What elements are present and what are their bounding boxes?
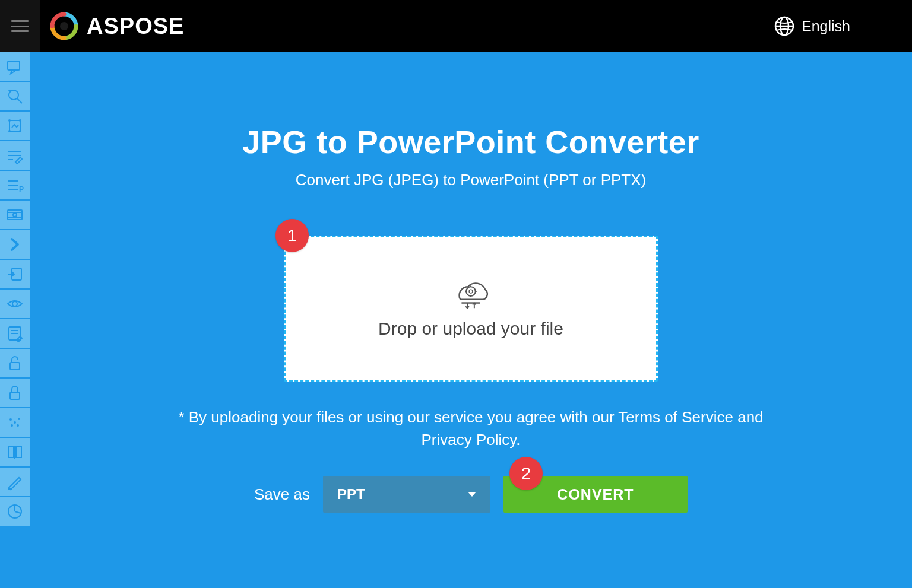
eye-icon: [6, 295, 24, 313]
hamburger-icon: [11, 20, 29, 32]
step-marker-1: 1: [276, 219, 309, 252]
sidebar-item-chart[interactable]: [0, 408, 30, 438]
sidebar-item-video[interactable]: [0, 201, 30, 230]
pen-icon: [6, 473, 24, 491]
svg-point-1: [60, 22, 68, 30]
svg-rect-29: [10, 392, 20, 399]
svg-point-6: [9, 90, 18, 100]
search-icon: [6, 87, 24, 105]
svg-point-11: [8, 130, 11, 132]
terms-text: * By uploading your files or using our s…: [168, 406, 774, 451]
sidebar-item-presentation[interactable]: P: [0, 171, 30, 201]
chart-dots-icon: [6, 414, 24, 431]
lock-icon: [6, 384, 24, 402]
annotate-icon: [6, 58, 24, 75]
sidebar-item-view[interactable]: [0, 290, 30, 319]
svg-point-33: [11, 424, 13, 427]
upload-cloud-icon: [448, 275, 494, 310]
svg-point-9: [8, 119, 11, 122]
sidebar: P: [0, 52, 30, 588]
svg-line-7: [17, 98, 22, 103]
sidebar-item-search[interactable]: [0, 82, 30, 112]
header: ASPOSE English: [0, 0, 912, 52]
sidebar-item-pie[interactable]: [0, 497, 30, 527]
step-marker-2: 2: [509, 457, 543, 490]
svg-point-32: [18, 418, 20, 420]
format-selected-value: PPT: [337, 486, 365, 503]
video-icon: [6, 206, 24, 224]
form-icon: [6, 325, 24, 342]
split-icon: [6, 443, 24, 461]
svg-point-34: [17, 424, 19, 427]
drop-text: Drop or upload your file: [378, 315, 563, 343]
unlock-icon: [6, 354, 24, 372]
svg-point-30: [10, 418, 12, 421]
import-icon: [6, 265, 24, 283]
sidebar-item-editline[interactable]: [0, 141, 30, 171]
svg-rect-5: [8, 61, 20, 70]
crop-icon: [6, 117, 24, 135]
sidebar-item-crop[interactable]: [0, 112, 30, 141]
save-as-label: Save as: [254, 485, 310, 504]
file-drop-zone[interactable]: Drop or upload your file: [284, 236, 658, 382]
language-selector[interactable]: English: [774, 16, 850, 36]
sidebar-item-split[interactable]: [0, 438, 30, 468]
pie-chart-icon: [6, 503, 24, 520]
sidebar-item-unlock[interactable]: [0, 349, 30, 379]
svg-point-10: [19, 119, 21, 122]
brand-name: ASPOSE: [87, 14, 184, 39]
svg-rect-28: [10, 363, 20, 370]
language-label: English: [802, 18, 850, 35]
sidebar-item-annotate[interactable]: [0, 52, 30, 82]
svg-rect-35: [8, 447, 14, 457]
page-title: JPG to PowerPoint Converter: [242, 123, 699, 160]
svg-point-31: [14, 421, 16, 424]
svg-point-41: [469, 290, 473, 293]
svg-rect-19: [8, 210, 22, 220]
sidebar-item-forward[interactable]: [0, 230, 30, 260]
svg-point-12: [19, 130, 21, 132]
svg-point-22: [13, 213, 17, 217]
caret-down-icon: [468, 492, 476, 497]
presentation-icon: P: [6, 176, 24, 194]
svg-rect-36: [16, 447, 21, 457]
sidebar-item-lock[interactable]: [0, 379, 30, 408]
brand-logo[interactable]: ASPOSE: [50, 12, 184, 40]
sidebar-item-form[interactable]: [0, 319, 30, 349]
menu-button[interactable]: [0, 0, 40, 52]
chevron-right-icon: [6, 236, 24, 253]
svg-point-24: [12, 301, 17, 306]
format-select[interactable]: PPT: [323, 476, 490, 513]
globe-icon: [774, 16, 794, 36]
svg-text:P: P: [19, 185, 24, 193]
main-content: JPG to PowerPoint Converter Convert JPG …: [30, 52, 912, 588]
aspose-swirl-icon: [50, 12, 78, 40]
sidebar-item-pen[interactable]: [0, 468, 30, 497]
sidebar-item-import[interactable]: [0, 260, 30, 290]
svg-point-40: [466, 287, 476, 296]
controls-row: Save as PPT 2 CONVERT: [254, 476, 688, 513]
page-subtitle: Convert JPG (JPEG) to PowerPoint (PPT or…: [296, 171, 646, 189]
edit-line-icon: [6, 147, 24, 164]
